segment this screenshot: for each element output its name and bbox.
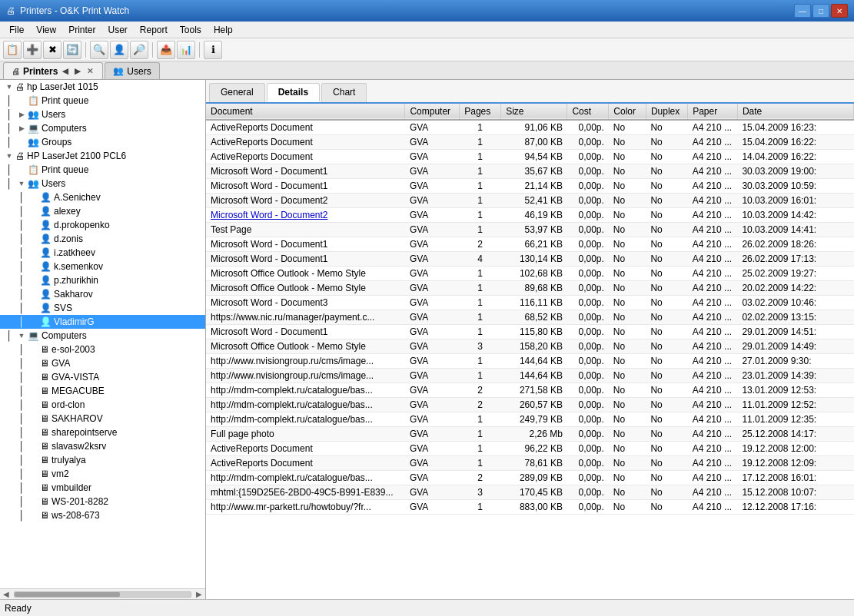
menu-item-printer[interactable]: Printer [62, 23, 101, 37]
menu-item-file[interactable]: File [3, 23, 30, 37]
toolbar-btn-0[interactable]: 📋 [3, 41, 22, 59]
data-table-container[interactable]: Document Computer Pages Size Cost Color … [206, 104, 854, 599]
tree-node-users[interactable]: │▶👥Users [0, 108, 205, 121]
tree-node-i.zatkheev[interactable]: │ 👤i.zatkheev [0, 246, 205, 260]
tree-node-groups[interactable]: │ 👥Groups [0, 135, 205, 149]
toolbar-btn-2[interactable]: ✖ [43, 41, 61, 59]
tree-expander[interactable]: ▶ [15, 111, 28, 118]
table-row[interactable]: http://mdm-complekt.ru/catalogue/bas...G… [206, 383, 854, 398]
table-row[interactable]: Test PageGVA153,97 KB0,00p.NoNoA4 210 ..… [206, 223, 854, 237]
col-header-paper[interactable]: Paper [688, 104, 738, 120]
tree-node-hp-laserjet-1015[interactable]: ▼🖨hp LaserJet 1015 [0, 80, 205, 94]
table-row[interactable]: ActiveReports DocumentGVA187,00 KB0,00p.… [206, 135, 854, 150]
tree-expander[interactable]: ▼ [3, 83, 15, 91]
table-row[interactable]: http://mdm-complekt.ru/catalogue/bas...G… [206, 398, 854, 412]
nav-tab-printers[interactable]: 🖨 Printers ◀ ▶ ✕ [3, 62, 103, 79]
toolbar-btn-9[interactable]: 📤 [157, 41, 175, 59]
toolbar-btn-3[interactable]: 🔄 [63, 41, 81, 59]
col-header-cost[interactable]: Cost [567, 104, 609, 120]
content-tab-details[interactable]: Details [267, 83, 320, 102]
table-row[interactable]: Microsoft Office Outlook - Memo StyleGVA… [206, 267, 854, 281]
table-row[interactable]: Full page photoGVA12,26 Mb0,00p.NoNoA4 2… [206, 427, 854, 442]
table-cell-0[interactable]: Microsoft Word - Document2 [206, 208, 405, 223]
table-row[interactable]: http://www.nvisiongroup.ru/cms/image...G… [206, 369, 854, 383]
nav-tab-users[interactable]: 👥 Users [105, 62, 159, 79]
table-row[interactable]: Microsoft Word - Document2GVA146,19 KB0,… [206, 208, 854, 223]
tree-node-vladimirg[interactable]: │ 👤VladimirG [0, 315, 205, 329]
tree-expander[interactable]: ▶ [15, 124, 28, 132]
tree-node-gva-vista[interactable]: │ 🖥GVA-VISTA [0, 370, 205, 384]
tree-node-sakharov[interactable]: │ 🖥SAKHAROV [0, 412, 205, 426]
table-row[interactable]: ActiveReports DocumentGVA196,22 KB0,00p.… [206, 442, 854, 456]
table-row[interactable]: Microsoft Word - Document1GVA135,67 KB0,… [206, 164, 854, 179]
tree-node-d.zonis[interactable]: │ 👤d.zonis [0, 232, 205, 246]
tree-node-p.zhurikhin[interactable]: │ 👤p.zhurikhin [0, 273, 205, 287]
tree-node-gva[interactable]: │ 🖥GVA [0, 356, 205, 370]
col-header-date[interactable]: Date [737, 104, 853, 120]
tree-node-hp-laserjet-2100-pcl6[interactable]: ▼🖨HP LaserJet 2100 PCL6 [0, 149, 205, 163]
tree-node-ws-201-8282[interactable]: │ 🖥WS-201-8282 [0, 495, 205, 508]
tree-node-computers[interactable]: │▶💻Computers [0, 121, 205, 135]
tree-area[interactable]: ▼🖨hp LaserJet 1015│ 📋Print queue│▶👥Users… [0, 80, 205, 588]
col-header-computer[interactable]: Computer [405, 104, 460, 120]
table-row[interactable]: http://www.mr-parkett.ru/howtobuy/?fr...… [206, 500, 854, 515]
toolbar-btn-7[interactable]: 🔎 [130, 41, 148, 59]
tree-expander[interactable]: ▼ [3, 152, 15, 160]
minimize-button[interactable]: — [794, 4, 811, 18]
table-row[interactable]: http://mdm-complekt.ru/catalogue/bas...G… [206, 412, 854, 427]
table-row[interactable]: Microsoft Word - Document1GVA121,14 KB0,… [206, 179, 854, 194]
tree-node-vm2[interactable]: │ 🖥vm2 [0, 467, 205, 481]
tree-node-e-sol-2003[interactable]: │ 🖥e-sol-2003 [0, 343, 205, 356]
content-tab-general[interactable]: General [209, 83, 265, 102]
tree-node-print-queue[interactable]: │ 📋Print queue [0, 163, 205, 177]
table-row[interactable]: Microsoft Office Outlook - Memo StyleGVA… [206, 339, 854, 354]
nav-forward-button[interactable]: ▶ [73, 67, 82, 75]
tree-node-alexey[interactable]: │ 👤alexey [0, 204, 205, 218]
tree-node-vmbuilder[interactable]: │ 🖥vmbuilder [0, 481, 205, 495]
tree-node-users[interactable]: │▼👥Users [0, 177, 205, 190]
table-row[interactable]: Microsoft Word - Document1GVA1115,80 KB0… [206, 325, 854, 339]
menu-item-tools[interactable]: Tools [174, 23, 208, 37]
toolbar-btn-5[interactable]: 🔍 [90, 41, 108, 59]
tree-expander[interactable]: ▼ [15, 180, 28, 187]
table-row[interactable]: Microsoft Word - Document1GVA4130,14 KB0… [206, 252, 854, 267]
tree-node-slavasw2ksrv[interactable]: │ 🖥slavasw2ksrv [0, 439, 205, 453]
table-row[interactable]: https://www.nic.ru/manager/payment.c...G… [206, 310, 854, 325]
toolbar-btn-1[interactable]: ➕ [23, 41, 42, 59]
table-row[interactable]: ActiveReports DocumentGVA178,61 KB0,00p.… [206, 456, 854, 471]
tree-node-megacube[interactable]: │ 🖥MEGACUBE [0, 384, 205, 398]
menu-item-help[interactable]: Help [208, 23, 239, 37]
table-row[interactable]: Microsoft Word - Document1GVA266,21 KB0,… [206, 237, 854, 252]
table-row[interactable]: http://mdm-complekt.ru/catalogue/bas...G… [206, 471, 854, 485]
tree-node-print-queue[interactable]: │ 📋Print queue [0, 94, 205, 108]
table-row[interactable]: mhtml:{159D25E6-2BD0-49C5-B991-E839...GV… [206, 485, 854, 500]
col-header-color[interactable]: Color [609, 104, 646, 120]
tree-node-sakharov[interactable]: │ 👤Sakharov [0, 287, 205, 301]
tree-node-svs[interactable]: │ 👤SVS [0, 301, 205, 315]
table-row[interactable]: Microsoft Word - Document2GVA152,41 KB0,… [206, 194, 854, 208]
col-header-size[interactable]: Size [501, 104, 567, 120]
tree-horizontal-scrollbar[interactable]: ◀ ▶ [0, 588, 205, 599]
col-header-document[interactable]: Document [206, 104, 405, 120]
toolbar-btn-12[interactable]: ℹ [204, 41, 222, 59]
menu-item-report[interactable]: Report [134, 23, 174, 37]
tree-node-d.prokopenko[interactable]: │ 👤d.prokopenko [0, 218, 205, 232]
tree-node-trulyalya[interactable]: │ 🖥trulyalya [0, 453, 205, 467]
menu-item-view[interactable]: View [30, 23, 62, 37]
tree-node-ord-clon[interactable]: │ 🖥ord-clon [0, 398, 205, 412]
nav-tab-printers-close[interactable]: ✕ [85, 67, 95, 75]
col-header-duplex[interactable]: Duplex [646, 104, 687, 120]
nav-back-button[interactable]: ◀ [61, 67, 70, 75]
table-row[interactable]: ActiveReports DocumentGVA194,54 KB0,00p.… [206, 150, 854, 164]
toolbar-btn-6[interactable]: 👤 [110, 41, 128, 59]
menu-item-user[interactable]: User [101, 23, 133, 37]
tree-node-computers[interactable]: │▼💻Computers [0, 329, 205, 343]
maximize-button[interactable]: □ [812, 4, 829, 18]
tree-node-sharepointserve[interactable]: │ 🖥sharepointserve [0, 426, 205, 439]
scroll-left-button[interactable]: ◀ [0, 590, 12, 598]
tree-node-k.semenkov[interactable]: │ 👤k.semenkov [0, 260, 205, 273]
toolbar-btn-10[interactable]: 📊 [177, 41, 195, 59]
close-button[interactable]: ✕ [831, 4, 848, 18]
scroll-right-button[interactable]: ▶ [193, 590, 205, 598]
tree-node-a.senichev[interactable]: │ 👤A.Senichev [0, 190, 205, 204]
